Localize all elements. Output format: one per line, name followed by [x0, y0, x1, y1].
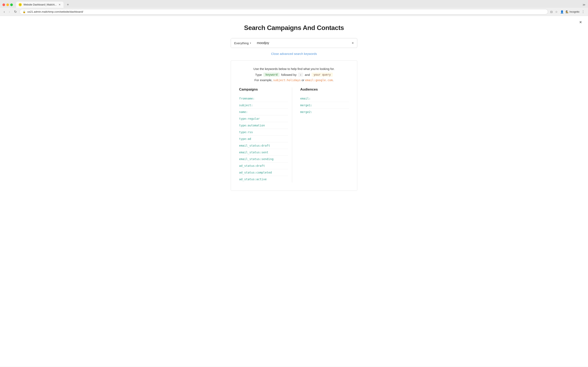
tab-overflow-button[interactable]: ≫ — [582, 3, 586, 6]
search-input[interactable] — [254, 38, 348, 48]
incognito-label: Incognito — [570, 10, 579, 13]
back-button[interactable]: ‹ — [2, 9, 6, 15]
type-label: Type — [255, 73, 262, 76]
keywords-intro: Use the keywords below to help find what… — [239, 67, 349, 82]
window-minimize-button[interactable] — [6, 3, 9, 6]
advanced-search-link[interactable]: Close advanced search keywords — [4, 52, 584, 55]
new-tab-button[interactable]: + — [65, 2, 71, 7]
audiences-column-title: Audiences — [300, 87, 349, 92]
keyword-ad-status-completed[interactable]: ad_status:completed — [239, 169, 288, 176]
campaigns-column-title: Campaigns — [239, 87, 288, 92]
clear-icon: × — [352, 41, 354, 45]
keyword-type-regular[interactable]: type:regular — [239, 115, 288, 122]
chevron-down-icon: ▾ — [250, 42, 251, 44]
search-bar: Everything ▾ × — [231, 38, 357, 48]
address-bar[interactable]: 🔒 us21.admin.mailchimp.com/website/dashb… — [20, 9, 548, 15]
keyword-ad-status-draft[interactable]: ad_status:draft — [239, 162, 288, 169]
keyword-email[interactable]: email: — [300, 95, 349, 102]
profile-button[interactable]: 👤 — [560, 9, 564, 14]
and-label: and — [305, 73, 310, 76]
keyword-subject[interactable]: subject: — [239, 102, 288, 109]
reload-button[interactable]: ↻ — [13, 9, 18, 15]
cast-button[interactable]: ⊡ — [550, 9, 553, 14]
lock-icon: 🔒 — [23, 10, 26, 13]
active-tab[interactable]: C Website Dashboard | Mailchi... ✕ — [16, 2, 63, 8]
keyword-email-status-draft[interactable]: email_status:draft — [239, 142, 288, 149]
tab-favicon: C — [18, 3, 22, 6]
close-page-button[interactable]: × — [579, 20, 582, 25]
search-type-dropdown[interactable]: Everything ▾ — [231, 38, 254, 48]
bookmark-button[interactable]: ☆ — [554, 9, 558, 14]
window-controls — [2, 3, 13, 6]
tab-close-button[interactable]: ✕ — [58, 3, 61, 7]
badge-query: your query — [311, 73, 333, 77]
keyword-example-row: Type keyword followed by : and your quer… — [239, 73, 349, 77]
badge-keyword: keyword — [263, 73, 279, 77]
audiences-column: Audiences email: merge1: merge2: — [292, 87, 349, 183]
keywords-panel: Use the keywords below to help find what… — [231, 60, 357, 191]
badge-colon: : — [298, 73, 303, 77]
example-link-1[interactable]: subject:holidays — [273, 78, 301, 82]
or-label: or — [302, 78, 304, 82]
incognito-button[interactable]: 🕵 Incognito — [566, 10, 579, 13]
search-type-label: Everything — [234, 42, 249, 45]
address-right-controls: ⊡ ☆ 👤 🕵 Incognito ⋮ — [550, 9, 586, 15]
window-close-button[interactable] — [2, 3, 5, 6]
keyword-merge2[interactable]: merge2: — [300, 109, 349, 115]
forward-button[interactable]: › — [8, 9, 11, 15]
page-content: × Search Campaigns And Contacts Everythi… — [0, 16, 588, 367]
tab-title: Website Dashboard | Mailchi... — [24, 3, 57, 6]
browser-chrome: C Website Dashboard | Mailchi... ✕ + ≫ ‹… — [0, 0, 588, 16]
example-links-text: For example, subject:holidays or email:g… — [239, 78, 349, 82]
address-bar-row: ‹ › ↻ 🔒 us21.admin.mailchimp.com/website… — [0, 8, 588, 16]
keyword-fromname[interactable]: fromname: — [239, 95, 288, 102]
example-end: . — [333, 78, 333, 82]
tab-bar: C Website Dashboard | Mailchi... ✕ + ≫ — [0, 0, 588, 8]
keywords-columns: Campaigns fromname: subject: name: type:… — [239, 87, 349, 183]
url-text: us21.admin.mailchimp.com/website/dashboa… — [27, 10, 83, 13]
keyword-email-status-sending[interactable]: email_status:sending — [239, 156, 288, 162]
incognito-icon: 🕵 — [566, 10, 569, 13]
window-maximize-button[interactable] — [10, 3, 13, 6]
campaigns-column: Campaigns fromname: subject: name: type:… — [239, 87, 292, 183]
keyword-type-ad[interactable]: type:ad — [239, 136, 288, 142]
keyword-email-status-sent[interactable]: email_status:sent — [239, 149, 288, 156]
keyword-ad-status-active[interactable]: ad_status:active — [239, 176, 288, 183]
followed-by-label: followed by — [281, 73, 296, 76]
keyword-name[interactable]: name: — [239, 109, 288, 115]
page-title: Search Campaigns And Contacts — [4, 24, 584, 32]
browser-menu-button[interactable]: ⋮ — [581, 9, 586, 15]
example-link-2[interactable]: email:google.com — [305, 78, 333, 82]
example-label: For example, — [254, 78, 272, 82]
keyword-merge1[interactable]: merge1: — [300, 102, 349, 109]
search-clear-button[interactable]: × — [348, 38, 357, 48]
keyword-type-automation[interactable]: type:automation — [239, 122, 288, 129]
keywords-intro-text: Use the keywords below to help find what… — [239, 67, 349, 71]
keyword-type-rss[interactable]: type:rss — [239, 129, 288, 136]
